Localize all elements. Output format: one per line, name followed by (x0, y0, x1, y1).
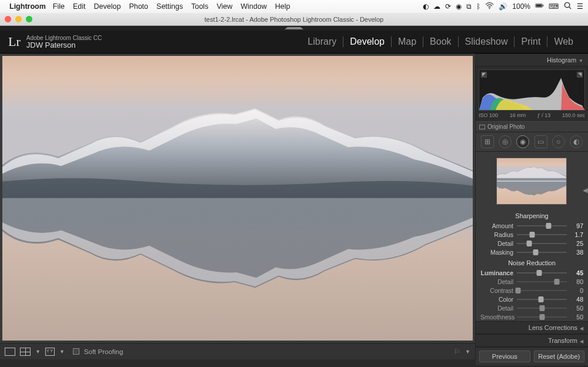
nr-luminance-slider[interactable] (517, 270, 567, 276)
right-panel-toggle[interactable]: ◀ (582, 184, 588, 196)
nr-smoothness-row: Smoothness50 (476, 312, 588, 321)
menubar-search-icon[interactable] (563, 1, 572, 12)
sharpening-radius-slider[interactable] (517, 232, 567, 238)
loupe-view-button[interactable] (5, 348, 15, 356)
reset-button[interactable]: Reset (Adobe) (534, 351, 585, 362)
menu-tools[interactable]: Tools (191, 2, 208, 11)
window-zoom-button[interactable] (26, 16, 32, 22)
menubar-cloud-icon[interactable]: ☁ (433, 2, 440, 11)
menubar-wifi-icon[interactable] (485, 1, 494, 12)
soft-proofing-label: Soft Proofing (84, 348, 123, 355)
transform-panel-header[interactable]: Transform◀ (476, 334, 588, 347)
menubar-dropbox-icon[interactable]: ⧉ (466, 2, 472, 11)
nr-color-slider[interactable] (517, 296, 567, 302)
app-menu[interactable]: Lightroom (9, 2, 46, 11)
adjustment-brush-button[interactable]: ◐ (570, 135, 583, 148)
module-library[interactable]: Library (301, 36, 343, 47)
original-photo-label: Original Photo (487, 124, 524, 130)
nr-lum-detail-row: Detail80 (476, 277, 588, 286)
transform-title: Transform (548, 337, 577, 344)
noise-reduction-group-title: Noise Reduction (476, 256, 588, 268)
menu-settings[interactable]: Settings (156, 2, 183, 11)
sharpening-masking-slider[interactable] (517, 249, 567, 255)
highlight-clipping-toggle[interactable]: ◥ (577, 72, 583, 78)
nr-color-detail-value[interactable]: 50 (570, 305, 583, 312)
sharpening-radius-value[interactable]: 1.7 (570, 231, 583, 238)
menubar-bluetooth-icon[interactable]: ᛒ (476, 2, 480, 11)
module-print[interactable]: Print (514, 36, 547, 47)
module-picker-bar: Lr Adobe Lightroom Classic CC JDW Paters… (0, 31, 588, 54)
nr-lum-detail-value[interactable]: 80 (570, 278, 583, 285)
top-panel-collapse-handle[interactable] (0, 26, 588, 31)
window-controls (5, 16, 32, 22)
nr-smoothness-slider[interactable] (517, 314, 567, 320)
menubar-shield-icon[interactable]: ◉ (456, 2, 462, 11)
histogram-shutter: 150.0 sec (562, 112, 585, 118)
menu-develop[interactable]: Develop (94, 2, 121, 11)
nr-color-detail-row: Detail50 (476, 303, 588, 312)
menubar-sync-icon[interactable]: ⟳ (445, 2, 451, 11)
lens-corrections-panel-header[interactable]: Lens Corrections◀ (476, 321, 588, 334)
before-after-options-chevron[interactable]: ▼ (35, 349, 41, 355)
nr-lum-contrast-label: Contrast (480, 287, 513, 294)
identity-plate[interactable]: Adobe Lightroom Classic CC JDW Paterson (26, 35, 102, 49)
svg-point-4 (564, 2, 569, 7)
module-map[interactable]: Map (392, 36, 423, 47)
main-photo[interactable] (2, 56, 473, 341)
histogram-panel-header[interactable]: Histogram▼ (476, 54, 588, 66)
toolbar-flag-icon[interactable]: ⚐ (454, 348, 460, 356)
nr-smoothness-value[interactable]: 50 (570, 313, 583, 321)
redeye-tool-button[interactable]: ◉ (516, 135, 529, 148)
sharpening-detail-slider[interactable] (517, 241, 567, 246)
nr-lum-detail-label: Detail (480, 278, 513, 285)
mac-menubar: Lightroom File Edit Develop Photo Settin… (0, 0, 588, 13)
before-after-view-button[interactable] (20, 348, 31, 356)
nr-lum-contrast-value[interactable]: 0 (570, 287, 583, 294)
menubar-volume-icon[interactable]: 🔊 (499, 2, 507, 11)
menu-edit[interactable]: Edit (73, 2, 86, 11)
menubar-battery-percent: 100% (512, 2, 530, 11)
menu-photo[interactable]: Photo (129, 2, 148, 11)
nr-luminance-value[interactable]: 45 (570, 269, 583, 276)
previous-button[interactable]: Previous (479, 351, 530, 362)
shadow-clipping-toggle[interactable]: ◤ (481, 72, 487, 78)
svg-line-5 (569, 7, 571, 9)
original-photo-toggle[interactable]: Original Photo (476, 121, 588, 132)
sharpening-detail-value[interactable]: 25 (570, 240, 583, 247)
sharpening-masking-value[interactable]: 38 (570, 249, 583, 256)
develop-tool-strip: ⊞ ◎ ◉ ▭ ○ ◐ (476, 132, 588, 152)
sharpening-amount-slider[interactable] (517, 223, 567, 229)
window-minimize-button[interactable] (15, 16, 22, 22)
menu-view[interactable]: View (216, 2, 232, 11)
sharpening-detail-label: Detail (480, 240, 513, 247)
window-close-button[interactable] (5, 16, 11, 22)
menubar-dnd-icon[interactable]: ◐ (423, 2, 429, 11)
nr-color-row: Color48 (476, 295, 588, 303)
nr-lum-detail-slider[interactable] (517, 279, 567, 285)
sharpening-amount-value[interactable]: 97 (570, 222, 583, 229)
menubar-keyboard-icon[interactable]: ⌨ (549, 2, 559, 11)
graduated-filter-button[interactable]: ▭ (534, 135, 547, 148)
menu-help[interactable]: Help (275, 2, 290, 11)
module-book[interactable]: Book (423, 36, 458, 47)
crop-tool-button[interactable]: ⊞ (481, 135, 494, 148)
menubar-menu-icon[interactable]: ☰ (577, 2, 583, 11)
module-slideshow[interactable]: Slideshow (459, 36, 515, 47)
nr-lum-contrast-slider[interactable] (517, 288, 567, 293)
detail-preview-thumbnail[interactable] (496, 158, 567, 205)
histogram-graph[interactable]: ◤ ◥ (479, 69, 585, 111)
lightroom-logo: Lr (8, 34, 21, 49)
menubar-battery-icon[interactable] (535, 1, 544, 12)
menu-window[interactable]: Window (240, 2, 266, 11)
reference-view-chevron[interactable]: ▼ (59, 349, 65, 355)
nr-color-detail-slider[interactable] (517, 305, 567, 311)
spot-removal-tool-button[interactable]: ◎ (499, 135, 512, 148)
soft-proofing-checkbox[interactable] (73, 348, 79, 355)
module-web[interactable]: Web (547, 36, 580, 47)
reference-view-button[interactable]: Y Y (45, 348, 55, 356)
toolbar-options-chevron[interactable]: ▼ (465, 349, 470, 355)
menu-file[interactable]: File (53, 2, 65, 11)
radial-filter-button[interactable]: ○ (552, 135, 565, 148)
nr-color-value[interactable]: 48 (570, 296, 583, 303)
module-develop[interactable]: Develop (343, 36, 392, 47)
